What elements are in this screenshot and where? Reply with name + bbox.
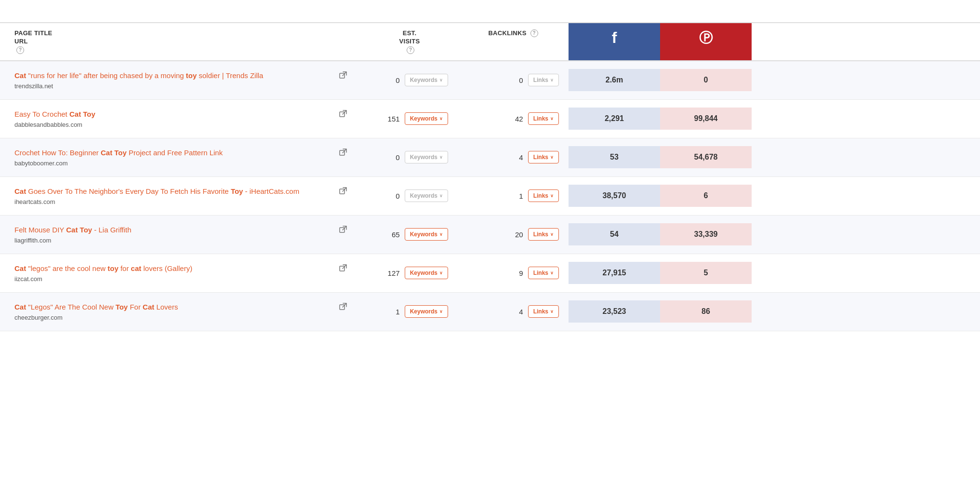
visits-count: 0 — [385, 76, 400, 84]
facebook-icon: f — [612, 29, 617, 46]
row-pinterest-cell: 5 — [660, 262, 752, 284]
page-title-link[interactable]: Cat "legos" are the cool new toy for cat… — [14, 263, 192, 273]
row-visits-cell: 0Keywords ∨ — [361, 67, 458, 93]
links-button[interactable]: Links ∨ — [528, 189, 559, 202]
external-link-icon[interactable] — [339, 187, 347, 196]
table-row: Cat "legos" are the cool new toy for cat… — [0, 254, 980, 293]
page-url: iheartcats.com — [14, 198, 347, 205]
external-link-icon[interactable] — [339, 71, 347, 81]
row-facebook-cell: 38,570 — [569, 185, 660, 207]
page-url: dabblesandbabbles.com — [14, 121, 347, 128]
row-page-cell: Cat "legos" are the cool new toy for cat… — [0, 257, 361, 289]
row-visits-cell: 1Keywords ∨ — [361, 298, 458, 325]
keywords-button[interactable]: Keywords ∨ — [405, 305, 448, 318]
links-button[interactable]: Links ∨ — [528, 305, 559, 318]
visits-count: 151 — [385, 115, 400, 123]
visits-count: 1 — [385, 308, 400, 316]
header-backlinks: BACKLINKS — [488, 29, 526, 37]
links-button[interactable]: Links ∨ — [528, 74, 559, 86]
row-backlinks-cell: 20Links ∨ — [458, 221, 569, 247]
page-title-link[interactable]: Easy To Crochet Cat Toy — [14, 109, 95, 119]
row-facebook-cell: 54 — [569, 223, 660, 245]
visits-count: 65 — [385, 230, 400, 239]
row-backlinks-cell: 42Links ∨ — [458, 106, 569, 132]
row-page-cell: Felt Mouse DIY Cat Toy - Lia Griffithlia… — [0, 218, 361, 251]
row-facebook-cell: 2.6m — [569, 69, 660, 91]
row-visits-cell: 0Keywords ∨ — [361, 183, 458, 209]
external-link-icon[interactable] — [339, 264, 347, 273]
keywords-button[interactable]: Keywords ∨ — [405, 228, 448, 241]
header-page-title-url: PAGE TITLEURL — [14, 29, 347, 46]
page-url: trendszilla.net — [14, 82, 347, 90]
row-backlinks-cell: 0Links ∨ — [458, 67, 569, 93]
backlinks-count: 9 — [509, 269, 523, 277]
col-header-pinterest: Ⓟ — [660, 23, 752, 60]
row-page-cell: Crochet How To: Beginner Cat Toy Project… — [0, 141, 361, 174]
backlinks-count: 1 — [509, 192, 523, 200]
col-header-page: PAGE TITLEURL ? — [0, 23, 361, 60]
row-page-cell: Cat "Legos" Are The Cool New Toy For Cat… — [0, 295, 361, 328]
backlinks-count: 4 — [509, 153, 523, 162]
page-title-link[interactable]: Cat "runs for her life" after being chas… — [14, 70, 263, 81]
table-row: Cat "runs for her life" after being chas… — [0, 61, 980, 100]
row-visits-cell: 151Keywords ∨ — [361, 106, 458, 132]
row-visits-cell: 0Keywords ∨ — [361, 144, 458, 170]
page-title-link[interactable]: Crochet How To: Beginner Cat Toy Project… — [14, 148, 223, 158]
col-header-visits: EST.VISITS ? — [361, 23, 458, 60]
row-pinterest-cell: 0 — [660, 69, 752, 91]
section-title — [0, 10, 980, 22]
external-link-icon[interactable] — [339, 149, 347, 158]
page-url: babytoboomer.com — [14, 160, 347, 167]
external-link-icon[interactable] — [339, 226, 347, 235]
row-page-cell: Cat "runs for her life" after being chas… — [0, 64, 361, 96]
col-header-backlinks: BACKLINKS ? — [458, 23, 569, 60]
page-url: liagriffith.com — [14, 237, 347, 244]
row-facebook-cell: 2,291 — [569, 108, 660, 130]
external-link-icon[interactable] — [339, 303, 347, 312]
keywords-button[interactable]: Keywords ∨ — [405, 151, 448, 163]
page-title-link[interactable]: Cat "Legos" Are The Cool New Toy For Cat… — [14, 302, 178, 312]
col-header-facebook: f — [569, 23, 660, 60]
row-pinterest-cell: 86 — [660, 300, 752, 323]
row-page-cell: Cat Goes Over To The Neighbor's Every Da… — [0, 179, 361, 212]
backlinks-count: 0 — [509, 76, 523, 84]
table-row: Cat Goes Over To The Neighbor's Every Da… — [0, 177, 980, 216]
table-row: Cat "Legos" Are The Cool New Toy For Cat… — [0, 293, 980, 331]
visits-count: 127 — [385, 269, 400, 277]
keywords-button[interactable]: Keywords ∨ — [405, 112, 448, 125]
external-link-icon[interactable] — [339, 110, 347, 119]
row-pinterest-cell: 99,844 — [660, 108, 752, 130]
est-visits-help-icon[interactable]: ? — [407, 46, 414, 54]
page-title-url-help-icon[interactable]: ? — [16, 46, 24, 54]
keywords-button[interactable]: Keywords ∨ — [405, 189, 448, 202]
links-button[interactable]: Links ∨ — [528, 151, 559, 163]
row-backlinks-cell: 4Links ∨ — [458, 144, 569, 170]
links-button[interactable]: Links ∨ — [528, 228, 559, 241]
row-pinterest-cell: 54,678 — [660, 146, 752, 168]
table-row: Felt Mouse DIY Cat Toy - Lia Griffithlia… — [0, 216, 980, 254]
page-title-link[interactable]: Felt Mouse DIY Cat Toy - Lia Griffith — [14, 225, 132, 235]
backlinks-count: 20 — [509, 230, 523, 239]
links-button[interactable]: Links ∨ — [528, 112, 559, 125]
row-visits-cell: 127Keywords ∨ — [361, 260, 458, 286]
table-header: PAGE TITLEURL ? EST.VISITS ? BACKLINKS ?… — [0, 22, 980, 61]
row-backlinks-cell: 1Links ∨ — [458, 183, 569, 209]
keywords-button[interactable]: Keywords ∨ — [405, 267, 448, 279]
row-pinterest-cell: 33,339 — [660, 223, 752, 245]
row-pinterest-cell: 6 — [660, 185, 752, 207]
table-row: Crochet How To: Beginner Cat Toy Project… — [0, 138, 980, 177]
keywords-button[interactable]: Keywords ∨ — [405, 74, 448, 86]
pinterest-icon: Ⓟ — [699, 30, 713, 45]
backlinks-help-icon[interactable]: ? — [530, 29, 538, 37]
backlinks-count: 42 — [509, 115, 523, 123]
row-facebook-cell: 23,523 — [569, 300, 660, 323]
row-visits-cell: 65Keywords ∨ — [361, 221, 458, 247]
table-row: Easy To Crochet Cat Toydabblesandbabbles… — [0, 100, 980, 138]
links-button[interactable]: Links ∨ — [528, 267, 559, 279]
page-title-link[interactable]: Cat Goes Over To The Neighbor's Every Da… — [14, 186, 299, 196]
visits-count: 0 — [385, 192, 400, 200]
row-page-cell: Easy To Crochet Cat Toydabblesandbabbles… — [0, 102, 361, 135]
row-facebook-cell: 53 — [569, 146, 660, 168]
page-url: cheezburger.com — [14, 314, 347, 321]
visits-count: 0 — [385, 153, 400, 162]
